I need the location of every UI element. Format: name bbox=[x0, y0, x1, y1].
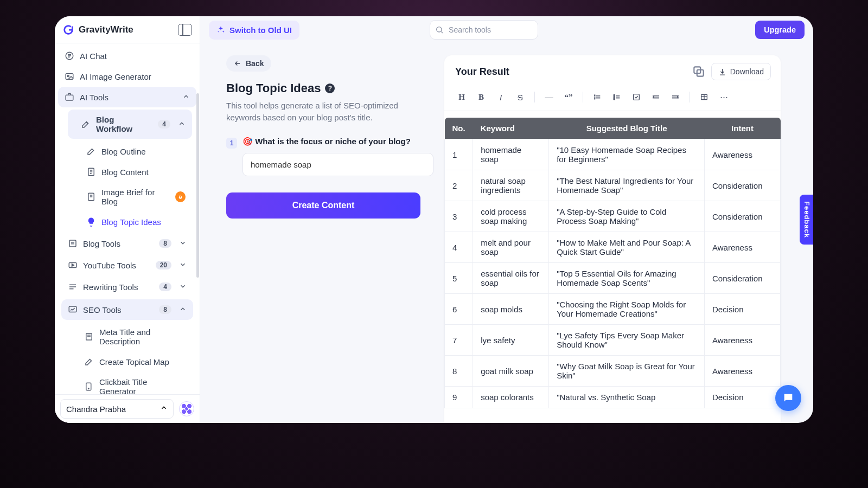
switch-ui-button[interactable]: Switch to Old UI bbox=[209, 21, 299, 40]
cell-intent: Decision bbox=[705, 387, 781, 408]
sidebar-header: GravityWrite bbox=[55, 16, 200, 43]
table-row[interactable]: 5essential oils for soap"Top 5 Essential… bbox=[445, 263, 781, 294]
table-row[interactable]: 8goat milk soap"Why Goat Milk Soap is Gr… bbox=[445, 356, 781, 387]
cell-title: "Natural vs. Synthetic Soap bbox=[549, 387, 705, 408]
cell-keyword: soap colorants bbox=[473, 387, 549, 408]
help-icon[interactable]: ? bbox=[325, 84, 335, 93]
nav-label: AI Chat bbox=[80, 52, 107, 61]
svg-rect-21 bbox=[634, 94, 640, 100]
nav-ai-chat[interactable]: AI Chat bbox=[58, 46, 196, 66]
nav-blog-workflow[interactable]: Blog Workflow 4 bbox=[68, 110, 192, 139]
briefcase-icon bbox=[65, 92, 74, 102]
cell-keyword: goat milk soap bbox=[473, 356, 549, 387]
cell-title: "Choosing the Right Soap Molds for Your … bbox=[549, 294, 705, 325]
ordered-list-button[interactable]: 123 bbox=[607, 89, 627, 105]
table-row[interactable]: 6soap molds"Choosing the Right Soap Mold… bbox=[445, 294, 781, 325]
nav-label: Blog Content bbox=[101, 168, 149, 177]
col-header: No. bbox=[445, 118, 473, 139]
copy-button[interactable] bbox=[692, 65, 706, 79]
table-row[interactable]: 2natural soap ingredients"The Best Natur… bbox=[445, 170, 781, 201]
scrollbar-thumb[interactable] bbox=[196, 93, 199, 278]
nav-ai-tools[interactable]: AI Tools bbox=[58, 87, 196, 107]
nav-meta-title-and-description[interactable]: Meta Title and Description bbox=[68, 322, 192, 351]
upgrade-button[interactable]: Upgrade bbox=[755, 21, 805, 39]
count-badge: 4 bbox=[158, 120, 170, 129]
strike-button[interactable]: S bbox=[510, 89, 530, 105]
download-icon bbox=[718, 68, 726, 76]
download-button[interactable]: Download bbox=[711, 63, 771, 80]
quote-button[interactable]: “” bbox=[559, 89, 578, 105]
bold-button[interactable]: B bbox=[471, 89, 491, 105]
cell-no: 2 bbox=[445, 170, 473, 201]
nav-blog-tools[interactable]: Blog Tools8 bbox=[61, 233, 193, 254]
table-button[interactable] bbox=[694, 89, 714, 105]
table-row[interactable]: 9soap colorants"Natural vs. Synthetic So… bbox=[445, 387, 781, 408]
chat-fab[interactable] bbox=[775, 385, 801, 411]
nav-blog-outline[interactable]: Blog Outline bbox=[70, 141, 192, 162]
heading-button[interactable]: H bbox=[452, 89, 471, 105]
search-wrap bbox=[430, 20, 538, 40]
brand-logo[interactable]: GravityWrite bbox=[62, 24, 133, 36]
result-body[interactable]: No.KeywordSuggested Blog TitleIntent 1ho… bbox=[444, 111, 781, 423]
cell-intent: Decision bbox=[705, 294, 781, 325]
cell-keyword: homemade soap bbox=[473, 139, 549, 170]
item-icon bbox=[84, 357, 94, 367]
nav-label: Blog Tools bbox=[83, 239, 120, 248]
table-row[interactable]: 3cold process soap making"A Step-by-Step… bbox=[445, 201, 781, 232]
cell-intent: Consideration bbox=[705, 170, 781, 201]
topbar: Switch to Old UI Upgrade bbox=[200, 16, 813, 43]
nav-rewriting-tools[interactable]: Rewriting Tools4 bbox=[61, 277, 193, 297]
more-button[interactable]: ⋯ bbox=[714, 89, 733, 105]
italic-button[interactable]: I bbox=[491, 89, 510, 105]
avatar[interactable] bbox=[179, 401, 194, 416]
hr-button[interactable]: — bbox=[539, 89, 559, 105]
download-label: Download bbox=[730, 67, 764, 76]
question-number: 1 bbox=[226, 138, 237, 149]
back-button[interactable]: Back bbox=[226, 55, 271, 72]
niche-input[interactable] bbox=[242, 153, 433, 176]
indent-button[interactable] bbox=[666, 89, 685, 105]
feedback-tab[interactable]: Feedback bbox=[800, 195, 813, 245]
sidebar-scroll[interactable]: AI Chat AI Image Generator AI Tools Blog… bbox=[55, 43, 200, 394]
nav-seo-tools[interactable]: SEO Tools 8 bbox=[61, 299, 193, 320]
results-table: No.KeywordSuggested Blog TitleIntent 1ho… bbox=[444, 118, 781, 408]
cell-keyword: natural soap ingredients bbox=[473, 170, 549, 201]
brand-name: GravityWrite bbox=[79, 24, 133, 35]
arrow-left-icon bbox=[234, 60, 241, 67]
cell-no: 7 bbox=[445, 325, 473, 356]
cell-keyword: soap molds bbox=[473, 294, 549, 325]
result-header: Your Result Download bbox=[444, 55, 781, 86]
nav-blog-content[interactable]: Blog Content bbox=[70, 162, 192, 182]
count-badge: 20 bbox=[156, 261, 171, 269]
separator bbox=[534, 92, 535, 102]
table-row[interactable]: 7lye safety"Lye Safety Tips Every Soap M… bbox=[445, 325, 781, 356]
image-icon bbox=[65, 72, 74, 81]
nav-youtube-tools[interactable]: YouTube Tools20 bbox=[61, 255, 193, 275]
table-row[interactable]: 4melt and pour soap"How to Make Melt and… bbox=[445, 232, 781, 263]
search-input[interactable] bbox=[430, 20, 538, 40]
create-content-button[interactable]: Create Content bbox=[226, 192, 420, 219]
nav-image-brief-for-blog[interactable]: Image Brief for Blog bbox=[70, 182, 192, 211]
editor-toolbar: H B I S — “” 123 ⋯ bbox=[444, 86, 781, 111]
sidebar-collapse-button[interactable] bbox=[178, 24, 192, 36]
form-panel: Back Blog Topic Ideas ? This tool helps … bbox=[200, 43, 433, 423]
sidebar-footer: Chandra Prabha bbox=[55, 394, 200, 423]
user-menu[interactable]: Chandra Prabha bbox=[60, 399, 174, 419]
sidebar: GravityWrite AI Chat AI Image Generator … bbox=[55, 16, 200, 423]
nav-label: Image Brief for Blog bbox=[101, 188, 170, 206]
nav-blog-topic-ideas[interactable]: Blog Topic Ideas bbox=[70, 211, 192, 232]
nav-label: SEO Tools bbox=[83, 305, 122, 314]
nav-create-topical-map[interactable]: Create Topical Map bbox=[68, 351, 192, 372]
nav-clickbait-title-generator[interactable]: Clickbait Title Generator bbox=[68, 372, 192, 394]
cell-title: "Lye Safety Tips Every Soap Maker Should… bbox=[549, 325, 705, 356]
svg-point-12 bbox=[437, 27, 442, 32]
table-row[interactable]: 1homemade soap"10 Easy Homemade Soap Rec… bbox=[445, 139, 781, 170]
nav-ai-image-generator[interactable]: AI Image Generator bbox=[58, 66, 196, 87]
back-label: Back bbox=[246, 59, 264, 68]
outdent-button[interactable] bbox=[646, 89, 666, 105]
chevron-up-icon bbox=[160, 404, 168, 414]
checklist-button[interactable] bbox=[627, 89, 646, 105]
cell-intent: Consideration bbox=[705, 263, 781, 294]
bullet-list-button[interactable] bbox=[588, 89, 607, 105]
cell-keyword: cold process soap making bbox=[473, 201, 549, 232]
